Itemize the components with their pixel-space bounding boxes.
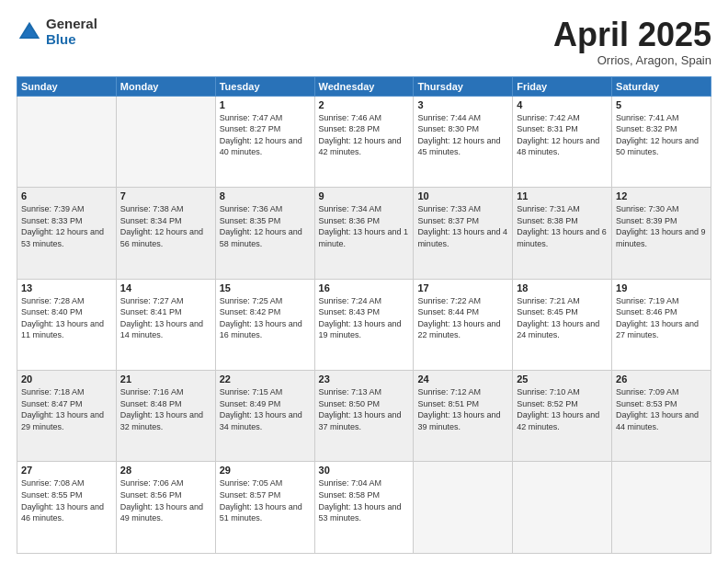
calendar-cell: 28Sunrise: 7:06 AMSunset: 8:56 PMDayligh… — [116, 462, 215, 554]
day-number: 19 — [616, 282, 707, 293]
day-header-friday: Friday — [513, 76, 612, 96]
calendar-cell: 10Sunrise: 7:33 AMSunset: 8:37 PMDayligh… — [414, 188, 513, 279]
calendar-cell: 4Sunrise: 7:42 AMSunset: 8:31 PMDaylight… — [513, 96, 612, 187]
day-detail: Sunrise: 7:41 AMSunset: 8:32 PMDaylight:… — [616, 113, 699, 157]
day-number: 14 — [120, 282, 211, 293]
day-number: 29 — [220, 465, 311, 476]
day-number: 20 — [21, 373, 112, 385]
day-header-tuesday: Tuesday — [215, 76, 314, 96]
logo-blue-text: Blue — [46, 32, 97, 48]
calendar-cell: 27Sunrise: 7:08 AMSunset: 8:55 PMDayligh… — [17, 462, 117, 554]
day-detail: Sunrise: 7:19 AMSunset: 8:46 PMDaylight:… — [616, 296, 699, 340]
day-number: 4 — [517, 99, 608, 110]
day-number: 21 — [120, 373, 211, 385]
page: General Blue April 2025 Orrios, Aragon, … — [0, 0, 728, 563]
day-detail: Sunrise: 7:13 AMSunset: 8:50 PMDaylight:… — [319, 387, 402, 431]
day-number: 11 — [517, 190, 608, 201]
calendar-cell: 1Sunrise: 7:47 AMSunset: 8:27 PMDaylight… — [215, 96, 314, 187]
day-detail: Sunrise: 7:27 AMSunset: 8:41 PMDaylight:… — [120, 296, 203, 340]
day-detail: Sunrise: 7:34 AMSunset: 8:36 PMDaylight:… — [319, 204, 409, 248]
calendar-cell: 25Sunrise: 7:10 AMSunset: 8:52 PMDayligh… — [513, 371, 612, 462]
logo: General Blue — [17, 17, 97, 47]
calendar-cell: 26Sunrise: 7:09 AMSunset: 8:53 PMDayligh… — [612, 371, 711, 462]
calendar-cell: 16Sunrise: 7:24 AMSunset: 8:43 PMDayligh… — [314, 279, 414, 370]
calendar-cell — [17, 96, 117, 187]
day-number: 30 — [319, 465, 410, 476]
day-number: 27 — [21, 465, 112, 476]
day-header-monday: Monday — [116, 76, 215, 96]
calendar-cell: 29Sunrise: 7:05 AMSunset: 8:57 PMDayligh… — [215, 462, 314, 554]
day-detail: Sunrise: 7:30 AMSunset: 8:39 PMDaylight:… — [616, 204, 706, 248]
calendar-cell: 20Sunrise: 7:18 AMSunset: 8:47 PMDayligh… — [17, 371, 117, 462]
day-detail: Sunrise: 7:09 AMSunset: 8:53 PMDaylight:… — [616, 387, 699, 431]
day-number: 15 — [220, 282, 311, 293]
day-number: 23 — [319, 373, 410, 385]
day-detail: Sunrise: 7:06 AMSunset: 8:56 PMDaylight:… — [120, 478, 203, 523]
calendar-cell: 14Sunrise: 7:27 AMSunset: 8:41 PMDayligh… — [116, 279, 215, 370]
day-detail: Sunrise: 7:21 AMSunset: 8:45 PMDaylight:… — [517, 296, 599, 340]
day-number: 2 — [319, 99, 410, 110]
day-number: 12 — [616, 190, 707, 201]
calendar-cell: 19Sunrise: 7:19 AMSunset: 8:46 PMDayligh… — [612, 279, 711, 370]
calendar-cell: 15Sunrise: 7:25 AMSunset: 8:42 PMDayligh… — [215, 279, 314, 370]
day-detail: Sunrise: 7:28 AMSunset: 8:40 PMDaylight:… — [21, 296, 104, 340]
day-number: 24 — [417, 373, 508, 385]
day-detail: Sunrise: 7:38 AMSunset: 8:34 PMDaylight:… — [120, 204, 203, 248]
logo-general: General — [46, 17, 97, 32]
day-detail: Sunrise: 7:25 AMSunset: 8:42 PMDaylight:… — [220, 296, 302, 340]
day-number: 22 — [220, 373, 311, 385]
day-number: 25 — [517, 373, 608, 385]
calendar-cell: 17Sunrise: 7:22 AMSunset: 8:44 PMDayligh… — [414, 279, 513, 370]
calendar-cell: 12Sunrise: 7:30 AMSunset: 8:39 PMDayligh… — [612, 188, 711, 279]
calendar-cell — [612, 462, 711, 554]
day-number: 8 — [220, 190, 311, 201]
day-detail: Sunrise: 7:08 AMSunset: 8:55 PMDaylight:… — [21, 478, 104, 523]
calendar-cell — [116, 96, 215, 187]
calendar-cell: 11Sunrise: 7:31 AMSunset: 8:38 PMDayligh… — [513, 188, 612, 279]
header: General Blue April 2025 Orrios, Aragon, … — [17, 17, 711, 67]
month-title: April 2025 — [553, 17, 711, 53]
calendar-cell: 3Sunrise: 7:44 AMSunset: 8:30 PMDaylight… — [414, 96, 513, 187]
day-detail: Sunrise: 7:04 AMSunset: 8:58 PMDaylight:… — [319, 478, 402, 523]
calendar-cell: 8Sunrise: 7:36 AMSunset: 8:35 PMDaylight… — [215, 188, 314, 279]
calendar-cell: 9Sunrise: 7:34 AMSunset: 8:36 PMDaylight… — [314, 188, 414, 279]
calendar-cell: 2Sunrise: 7:46 AMSunset: 8:28 PMDaylight… — [314, 96, 414, 187]
day-detail: Sunrise: 7:31 AMSunset: 8:38 PMDaylight:… — [517, 204, 607, 248]
calendar-cell: 5Sunrise: 7:41 AMSunset: 8:32 PMDaylight… — [612, 96, 711, 187]
day-number: 17 — [417, 282, 508, 293]
calendar-cell: 13Sunrise: 7:28 AMSunset: 8:40 PMDayligh… — [17, 279, 117, 370]
day-number: 5 — [616, 99, 707, 110]
calendar-cell — [513, 462, 612, 554]
calendar-table: SundayMondayTuesdayWednesdayThursdayFrid… — [17, 76, 711, 554]
day-detail: Sunrise: 7:12 AMSunset: 8:51 PMDaylight:… — [417, 387, 500, 431]
calendar-cell: 24Sunrise: 7:12 AMSunset: 8:51 PMDayligh… — [414, 371, 513, 462]
day-number: 28 — [120, 465, 211, 476]
day-detail: Sunrise: 7:33 AMSunset: 8:37 PMDaylight:… — [417, 204, 507, 248]
calendar-cell: 18Sunrise: 7:21 AMSunset: 8:45 PMDayligh… — [513, 279, 612, 370]
logo-text: General Blue — [46, 17, 97, 47]
day-number: 3 — [417, 99, 508, 110]
day-detail: Sunrise: 7:16 AMSunset: 8:48 PMDaylight:… — [120, 387, 203, 431]
day-number: 10 — [417, 190, 508, 201]
title-block: April 2025 Orrios, Aragon, Spain — [553, 17, 711, 67]
day-detail: Sunrise: 7:22 AMSunset: 8:44 PMDaylight:… — [417, 296, 500, 340]
day-number: 7 — [120, 190, 211, 201]
calendar-cell: 30Sunrise: 7:04 AMSunset: 8:58 PMDayligh… — [314, 462, 414, 554]
day-detail: Sunrise: 7:39 AMSunset: 8:33 PMDaylight:… — [21, 204, 104, 248]
day-number: 18 — [517, 282, 608, 293]
logo-icon — [17, 19, 42, 45]
day-header-saturday: Saturday — [612, 76, 711, 96]
day-number: 16 — [319, 282, 410, 293]
day-number: 13 — [21, 282, 112, 293]
calendar-cell: 21Sunrise: 7:16 AMSunset: 8:48 PMDayligh… — [116, 371, 215, 462]
calendar-cell: 22Sunrise: 7:15 AMSunset: 8:49 PMDayligh… — [215, 371, 314, 462]
day-detail: Sunrise: 7:05 AMSunset: 8:57 PMDaylight:… — [220, 478, 302, 523]
day-detail: Sunrise: 7:46 AMSunset: 8:28 PMDaylight:… — [319, 113, 402, 157]
day-header-sunday: Sunday — [17, 76, 117, 96]
day-detail: Sunrise: 7:15 AMSunset: 8:49 PMDaylight:… — [220, 387, 302, 431]
day-detail: Sunrise: 7:42 AMSunset: 8:31 PMDaylight:… — [517, 113, 599, 157]
location-subtitle: Orrios, Aragon, Spain — [553, 53, 711, 67]
day-detail: Sunrise: 7:10 AMSunset: 8:52 PMDaylight:… — [517, 387, 599, 431]
calendar-cell: 23Sunrise: 7:13 AMSunset: 8:50 PMDayligh… — [314, 371, 414, 462]
calendar-cell — [414, 462, 513, 554]
